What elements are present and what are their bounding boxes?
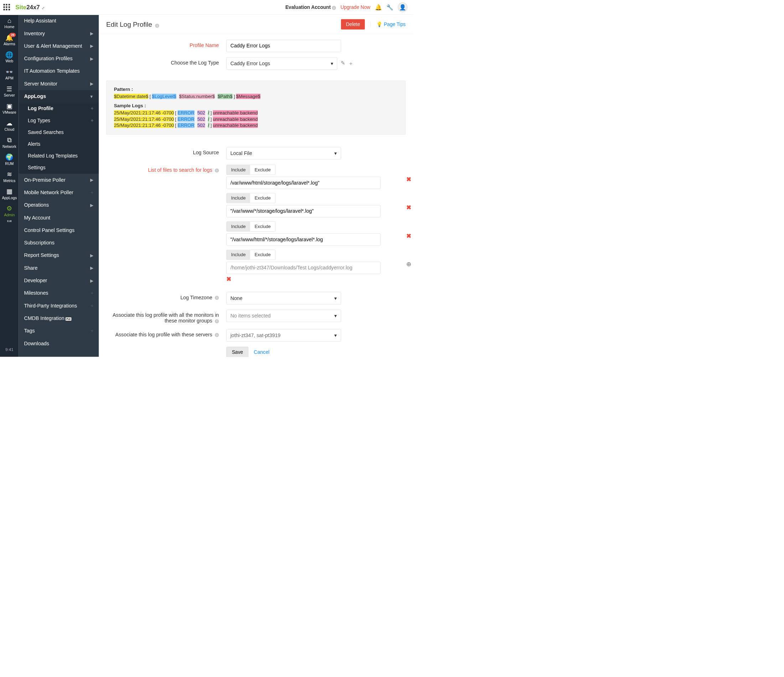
cancel-link[interactable]: Cancel	[254, 349, 269, 355]
info-icon[interactable]: i	[215, 319, 219, 324]
sidebar-milestones[interactable]: Milestones+	[19, 287, 99, 299]
sidebar-settings[interactable]: Settings	[19, 162, 99, 174]
sidebar-control-panel[interactable]: Control Panel Settings	[19, 224, 99, 237]
plus-icon[interactable]: +	[90, 190, 93, 195]
sidebar-related-templates[interactable]: Related Log Templates	[19, 150, 99, 162]
rail-server[interactable]: ☰Server	[0, 83, 19, 100]
include-toggle[interactable]: Include	[227, 165, 250, 174]
rail-applogs[interactable]: ▦AppLogs	[0, 186, 19, 203]
sidebar-downloads[interactable]: Downloads	[19, 337, 99, 350]
logo[interactable]: Site24x7⤢	[15, 4, 45, 11]
include-toggle[interactable]: Include	[227, 250, 250, 259]
file-path-input[interactable]	[227, 205, 381, 217]
cloud-icon: ☁	[0, 120, 19, 126]
include-toggle[interactable]: Include	[227, 193, 250, 203]
info-icon[interactable]: i	[155, 23, 159, 28]
avatar[interactable]: 👤	[398, 3, 407, 12]
plus-icon[interactable]: +	[90, 106, 93, 112]
info-icon[interactable]: i	[215, 333, 219, 337]
sidebar-server-monitor[interactable]: Server Monitor▶	[19, 78, 99, 90]
wrench-icon[interactable]: 🔧	[386, 4, 393, 10]
sidebar-subscriptions[interactable]: Subscriptions	[19, 237, 99, 249]
monitor-groups-select[interactable]: No items selected▾	[227, 310, 341, 322]
remove-icon[interactable]: ✖	[406, 204, 411, 211]
profile-name-input[interactable]	[227, 40, 341, 52]
servers-select[interactable]: jothi-zt347, sat-pt3919▾	[227, 329, 341, 342]
exclude-toggle[interactable]: Exclude	[250, 193, 275, 203]
announcement-icon[interactable]: 🔔	[375, 4, 382, 10]
sidebar: Help Assistant Inventory▶ User & Alert M…	[19, 0, 99, 357]
delete-button[interactable]: Delete	[341, 19, 365, 30]
sidebar-applogs[interactable]: AppLogs▼	[19, 90, 99, 103]
plus-icon[interactable]: +	[90, 118, 93, 123]
sidebar-user-alert[interactable]: User & Alert Management▶	[19, 40, 99, 52]
rail-rum[interactable]: 🌍RUM	[0, 151, 19, 168]
add-icon[interactable]: ＋	[348, 60, 354, 67]
vmware-icon: ▣	[0, 103, 19, 109]
page-tips-link[interactable]: 💡Page Tips	[370, 21, 406, 27]
sidebar-tags[interactable]: Tags+	[19, 325, 99, 337]
remove-icon[interactable]: ✖	[406, 232, 411, 240]
plus-icon[interactable]: +	[90, 290, 93, 296]
expand-icon[interactable]: ⤢	[42, 6, 45, 10]
log-type-select[interactable]: Caddy Error Logs▾	[227, 58, 338, 70]
sidebar-log-profile[interactable]: Log Profile+	[19, 103, 99, 114]
exclude-toggle[interactable]: Exclude	[250, 165, 275, 174]
rail-vmware[interactable]: ▣VMware	[0, 100, 19, 117]
file-path-input[interactable]	[227, 262, 381, 274]
rail-apm[interactable]: 👓APM	[0, 66, 19, 83]
rail-network[interactable]: ⧉Network	[0, 134, 19, 151]
rail-edit-link[interactable]: Edit	[7, 220, 12, 223]
file-path-input[interactable]	[227, 233, 381, 246]
sidebar-config-profiles[interactable]: Configuration Profiles▶	[19, 52, 99, 65]
sidebar-report-settings[interactable]: Report Settings▶	[19, 249, 99, 261]
add-file-icon[interactable]: ⊕	[406, 260, 411, 268]
plus-icon[interactable]: +	[90, 328, 93, 334]
info-icon[interactable]: i	[215, 296, 219, 300]
rail-web[interactable]: 🌐Web	[0, 49, 19, 66]
chevron-right-icon: ▶	[90, 278, 93, 283]
rail-admin[interactable]: ⚙Admin	[0, 203, 19, 220]
chevron-down-icon: ▼	[89, 94, 93, 99]
info-icon[interactable]: i	[332, 6, 336, 10]
chevron-right-icon: ▶	[90, 81, 93, 86]
sidebar-share[interactable]: Share▶	[19, 262, 99, 274]
file-row-1: IncludeExclude ✖	[227, 193, 395, 217]
log-source-select[interactable]: Local File▾	[227, 147, 341, 160]
sidebar-inventory[interactable]: Inventory▶	[19, 27, 99, 40]
rail-alarms[interactable]: 28🔔Alarms	[0, 32, 19, 49]
sidebar-help[interactable]: Help Assistant	[19, 15, 99, 27]
sidebar-saved-searches[interactable]: Saved Searches	[19, 126, 99, 138]
chevron-right-icon: ▶	[90, 203, 93, 208]
rail-home[interactable]: ⌂Home	[0, 15, 19, 32]
save-button[interactable]: Save	[227, 347, 249, 357]
remove-icon[interactable]: ✖	[227, 275, 395, 283]
clock: 9:41	[5, 343, 14, 357]
sidebar-it-automation[interactable]: IT Automation Templates	[19, 65, 99, 77]
rail-cloud[interactable]: ☁Cloud	[0, 117, 19, 134]
include-toggle[interactable]: Include	[227, 222, 250, 231]
info-icon[interactable]: i	[215, 168, 219, 173]
apps-launcher-icon[interactable]	[3, 4, 10, 11]
sidebar-mobile-poller[interactable]: Mobile Network Poller+	[19, 186, 99, 199]
timezone-select[interactable]: None▾	[227, 292, 341, 304]
sidebar-alerts[interactable]: Alerts	[19, 138, 99, 150]
remove-icon[interactable]: ✖	[406, 176, 411, 183]
exclude-toggle[interactable]: Exclude	[250, 250, 275, 259]
sidebar-developer[interactable]: Developer▶	[19, 274, 99, 287]
sidebar-onpremise[interactable]: On-Premise Poller▶	[19, 174, 99, 186]
page-title: Edit Log Profile i	[106, 20, 159, 28]
exclude-toggle[interactable]: Exclude	[250, 222, 275, 231]
rail-metrics[interactable]: ≋Metrics	[0, 168, 19, 186]
sidebar-my-account[interactable]: My Account	[19, 211, 99, 224]
sidebar-third-party[interactable]: Third-Party Integrations+	[19, 300, 99, 312]
plus-icon[interactable]: +	[90, 303, 93, 308]
chevron-right-icon: ▶	[90, 56, 93, 61]
file-path-input[interactable]	[227, 177, 381, 189]
upgrade-link[interactable]: Upgrade Now	[340, 4, 370, 10]
edit-icon[interactable]: ✎	[341, 60, 345, 67]
sidebar-log-types[interactable]: Log Types+	[19, 114, 99, 126]
timezone-label: Log Timezone i	[106, 292, 226, 300]
sidebar-cmdb[interactable]: CMDB IntegrationPvt	[19, 312, 99, 325]
sidebar-operations[interactable]: Operations▶	[19, 199, 99, 211]
